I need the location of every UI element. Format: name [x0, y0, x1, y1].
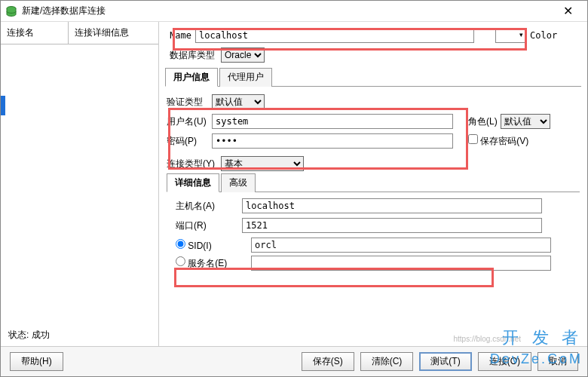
subtab-detail[interactable]: 详细信息 — [167, 173, 219, 192]
conntype-label: 连接类型(Y) — [167, 158, 221, 170]
name-input[interactable] — [195, 28, 474, 43]
save-button[interactable]: 保存(S) — [302, 352, 354, 371]
tab-proxy[interactable]: 代理用户 — [219, 68, 272, 87]
color-label: Color — [530, 30, 557, 41]
db-icon — [5, 5, 17, 17]
col-detail-header: 连接详细信息 — [69, 22, 158, 44]
color-swatch[interactable]: ▾ — [495, 28, 525, 43]
username-label: 用户名(U) — [167, 115, 212, 128]
test-button[interactable]: 测试(T) — [419, 352, 471, 371]
name-label: Name — [170, 30, 195, 41]
role-label: 角色(L) — [468, 115, 498, 128]
password-input[interactable] — [212, 133, 453, 149]
svc-input[interactable] — [251, 256, 551, 271]
clear-button[interactable]: 清除(C) — [360, 352, 414, 371]
help-button[interactable]: 帮助(H) — [10, 352, 63, 371]
sid-radio[interactable]: SID(I) — [176, 239, 242, 251]
watermark-cn: 开 发 者 — [502, 326, 583, 349]
conntype-select[interactable]: 基本 — [221, 156, 304, 171]
role-select[interactable]: 默认值 — [501, 114, 550, 129]
connection-list-panel: 连接名 连接详细信息 — [1, 22, 159, 346]
svc-radio[interactable]: 服务名(E) — [176, 256, 242, 270]
watermark-en: DevZe.CoM — [490, 351, 583, 367]
port-input[interactable] — [242, 218, 542, 233]
port-label: 端口(R) — [176, 219, 242, 232]
titlebar: 新建/选择数据库连接 ✕ — [1, 1, 587, 22]
auth-select[interactable]: 默认值 — [212, 94, 265, 109]
auth-label: 验证类型 — [167, 96, 212, 109]
tab-user[interactable]: 用户信息 — [165, 68, 218, 87]
subtab-adv[interactable]: 高级 — [221, 173, 256, 192]
savepwd-check[interactable]: 保存密码(V) — [468, 134, 528, 148]
dbtype-select[interactable]: Oracle — [221, 48, 265, 63]
host-label: 主机名(A) — [176, 200, 242, 213]
password-label: 密码(P) — [167, 135, 212, 148]
col-name-header: 连接名 — [1, 22, 69, 44]
status-text: 状态: 成功 — [8, 329, 50, 342]
side-accent — [1, 96, 5, 115]
host-input[interactable] — [242, 198, 542, 213]
right-panel: Name ▾ Color 数据库类型 Oracle 用户信息 代理用户 验证类型 — [159, 22, 587, 346]
window-title: 新建/选择数据库连接 — [22, 5, 553, 17]
dbtype-label: 数据库类型 — [170, 49, 221, 62]
sid-input[interactable] — [251, 238, 551, 253]
username-input[interactable] — [212, 114, 453, 129]
close-button[interactable]: ✕ — [553, 4, 583, 18]
